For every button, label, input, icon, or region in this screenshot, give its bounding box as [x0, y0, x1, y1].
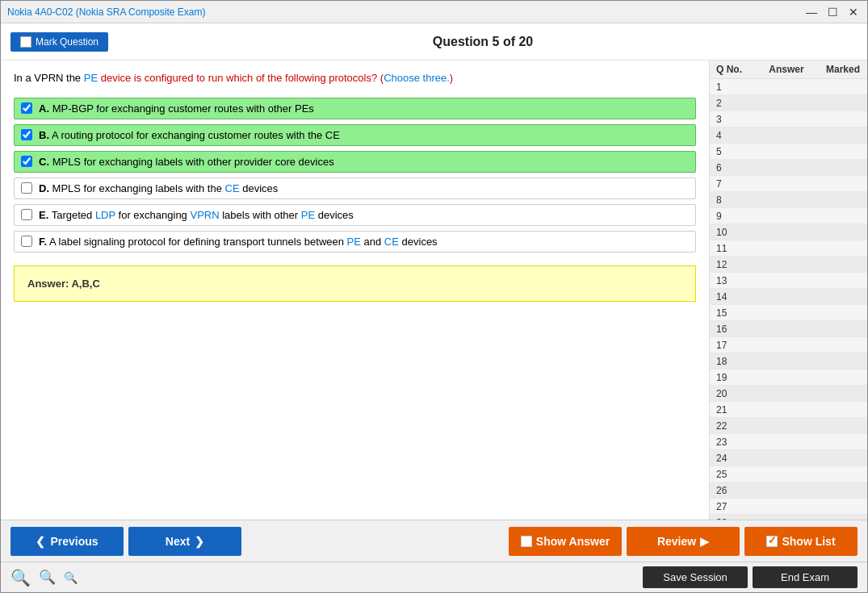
- question-title: Question 5 of 20: [108, 35, 858, 49]
- show-answer-checkbox-icon: [521, 536, 532, 547]
- list-item[interactable]: 3: [710, 111, 867, 127]
- option-row-b: B. A routing protocol for exchanging cus…: [14, 124, 696, 146]
- question-text: In a VPRN the PE device is configured to…: [14, 70, 696, 86]
- sidebar-header-marked: Marked: [819, 64, 867, 75]
- list-item[interactable]: 11: [710, 240, 867, 257]
- list-item[interactable]: 18: [710, 353, 867, 370]
- next-button[interactable]: Next ❯: [128, 527, 241, 556]
- previous-arrow-icon: ❮: [36, 535, 45, 548]
- option-row-c: C. MPLS for exchanging labels with other…: [14, 151, 696, 173]
- list-item[interactable]: 5: [710, 144, 867, 160]
- next-arrow-icon: ❯: [195, 535, 204, 548]
- review-button[interactable]: Review ▶: [627, 527, 740, 556]
- window-controls: — ☐ ✕: [804, 6, 861, 19]
- option-row-e: E. Targeted LDP for exchanging VPRN labe…: [14, 204, 696, 226]
- bottom-nav: ❮ Previous Next ❯ Show Answer Review ▶ ✓…: [1, 520, 867, 562]
- list-item[interactable]: 22: [710, 418, 867, 434]
- list-item[interactable]: 21: [710, 402, 867, 418]
- bottom-right-buttons: Save Session End Exam: [643, 566, 858, 588]
- option-row-f: F. A label signaling protocol for defini…: [14, 231, 696, 253]
- next-label: Next: [166, 535, 190, 548]
- show-list-button[interactable]: ✓ Show List: [744, 527, 858, 556]
- list-item[interactable]: 20: [710, 386, 867, 402]
- question-sidebar: Q No. Answer Marked 1 2 3 4 5 6 7 8 9 10…: [710, 61, 867, 520]
- list-item[interactable]: 25: [710, 466, 867, 482]
- q-text-part3: ): [450, 72, 453, 84]
- list-item[interactable]: 12: [710, 257, 867, 273]
- list-item[interactable]: 24: [710, 450, 867, 466]
- list-item[interactable]: 6: [710, 160, 867, 176]
- list-item[interactable]: 16: [710, 321, 867, 337]
- review-arrow-icon: ▶: [700, 535, 709, 548]
- list-item[interactable]: 1: [710, 79, 867, 95]
- option-text-f: F. A label signaling protocol for defini…: [39, 236, 438, 248]
- zoom-normal-icon[interactable]: 🔍: [39, 569, 56, 586]
- zoom-out-icon[interactable]: 🔍: [64, 571, 78, 584]
- sidebar-header: Q No. Answer Marked: [710, 61, 867, 79]
- list-item[interactable]: 7: [710, 176, 867, 192]
- option-checkbox-f[interactable]: [21, 236, 32, 247]
- list-item[interactable]: 27: [710, 499, 867, 515]
- option-checkbox-a[interactable]: [21, 102, 32, 114]
- option-row-d: D. MPLS for exchanging labels with the C…: [14, 177, 696, 199]
- app-window: Nokia 4A0-C02 (Nokia SRA Composite Exam)…: [0, 0, 868, 593]
- save-session-button[interactable]: Save Session: [643, 566, 748, 588]
- answer-box: Answer: A,B,C: [14, 265, 696, 302]
- question-area: In a VPRN the PE device is configured to…: [1, 61, 710, 520]
- mark-question-button[interactable]: Mark Question: [10, 32, 108, 52]
- list-item[interactable]: 17: [710, 337, 867, 353]
- show-list-label: Show List: [782, 535, 835, 548]
- end-exam-button[interactable]: End Exam: [753, 566, 858, 588]
- title-bar: Nokia 4A0-C02 (Nokia SRA Composite Exam)…: [1, 1, 867, 23]
- option-checkbox-b[interactable]: [21, 129, 32, 140]
- q-text-part2: device is configured to run which of the…: [98, 72, 384, 84]
- option-checkbox-d[interactable]: [21, 182, 32, 194]
- show-answer-button[interactable]: Show Answer: [509, 527, 622, 556]
- list-item[interactable]: 15: [710, 305, 867, 321]
- option-text-c: C. MPLS for exchanging labels with other…: [39, 156, 334, 168]
- list-item[interactable]: 2: [710, 95, 867, 111]
- sidebar-header-qno: Q No.: [710, 64, 754, 75]
- window-title: Nokia 4A0-C02 (Nokia SRA Composite Exam): [7, 6, 205, 18]
- mark-question-label: Mark Question: [36, 36, 99, 48]
- toolbar: Mark Question Question 5 of 20: [1, 23, 867, 61]
- list-item[interactable]: 4: [710, 127, 867, 144]
- show-answer-label: Show Answer: [536, 535, 610, 548]
- answer-label: Answer: A,B,C: [27, 278, 100, 290]
- q-text-pe: PE: [84, 72, 98, 84]
- zoom-in-icon[interactable]: 🔍: [10, 568, 31, 587]
- list-item[interactable]: 23: [710, 434, 867, 450]
- previous-button[interactable]: ❮ Previous: [10, 527, 124, 556]
- option-text-e: E. Targeted LDP for exchanging VPRN labe…: [39, 209, 354, 221]
- previous-label: Previous: [50, 535, 98, 548]
- q-text-choose: Choose three.: [384, 72, 450, 84]
- maximize-button[interactable]: ☐: [825, 6, 840, 19]
- sidebar-header-answer: Answer: [754, 64, 819, 75]
- sidebar-list[interactable]: 1 2 3 4 5 6 7 8 9 10 11 12 13 14 15 16 1…: [710, 79, 867, 520]
- list-item[interactable]: 8: [710, 192, 867, 208]
- mark-checkbox-icon: [20, 36, 31, 48]
- option-row-a: A. MP-BGP for exchanging customer routes…: [14, 98, 696, 119]
- option-checkbox-e[interactable]: [21, 209, 32, 220]
- list-item[interactable]: 19: [710, 370, 867, 386]
- option-checkbox-c[interactable]: [21, 156, 32, 167]
- option-text-d: D. MPLS for exchanging labels with the C…: [39, 182, 278, 194]
- option-text-a: A. MP-BGP for exchanging customer routes…: [39, 102, 314, 115]
- review-label: Review: [657, 535, 696, 548]
- list-item[interactable]: 13: [710, 273, 867, 289]
- q-text-part1: In a VPRN the: [14, 72, 84, 84]
- option-text-b: B. A routing protocol for exchanging cus…: [39, 129, 340, 141]
- list-item[interactable]: 9: [710, 208, 867, 224]
- list-item[interactable]: 10: [710, 224, 867, 240]
- list-item[interactable]: 14: [710, 289, 867, 305]
- main-content: In a VPRN the PE device is configured to…: [1, 61, 867, 520]
- zoom-bar: 🔍 🔍 🔍 Save Session End Exam: [1, 562, 867, 592]
- show-list-checkbox-icon: ✓: [766, 536, 778, 547]
- minimize-button[interactable]: —: [804, 6, 819, 19]
- list-item[interactable]: 26: [710, 482, 867, 499]
- close-button[interactable]: ✕: [846, 6, 861, 19]
